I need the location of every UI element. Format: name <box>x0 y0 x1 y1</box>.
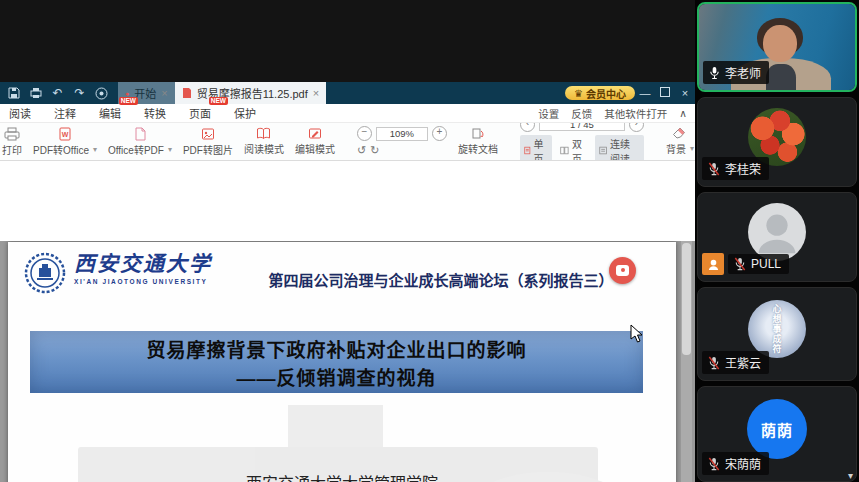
document-scrollbar[interactable] <box>681 241 692 482</box>
participant-name: PULL <box>751 257 781 271</box>
participant-name-chip: 宋荫荫 <box>702 452 769 475</box>
edit-mode-button[interactable]: 编辑模式 <box>295 127 335 156</box>
rotate-document-button[interactable]: 旋转文档 <box>458 127 498 156</box>
slide-title-box: 贸易摩擦背景下政府补贴对企业出口的影响 ——反倾销调查的视角 <box>30 331 643 393</box>
menu-protect[interactable]: 保护 <box>234 105 256 121</box>
tab-document-close-icon[interactable]: × <box>313 87 319 99</box>
menu-edit[interactable]: 编辑NEW <box>99 105 121 121</box>
restore-icon <box>660 87 670 97</box>
participant-tile[interactable]: 李桂荣 <box>697 97 857 187</box>
document-viewport[interactable]: 西安交通大学 XI'AN JIAOTONG UNIVERSITY 第四届公司治理… <box>0 241 695 482</box>
continuous-read-button[interactable]: 连续阅读 <box>595 135 644 162</box>
read-mode-button[interactable]: 阅读模式 <box>244 127 284 156</box>
mic-muted-icon <box>708 457 720 471</box>
rotate-left-icon[interactable]: ↺ <box>357 144 366 157</box>
dropdown-icon: ▾ <box>690 144 694 153</box>
redo-icon[interactable]: ↷ <box>71 85 88 101</box>
continuous-icon <box>599 145 607 156</box>
participant-name: 李桂荣 <box>725 160 761 177</box>
background-eraser-icon <box>672 127 688 140</box>
avatar-badge-text: 心想事成符 <box>771 304 784 354</box>
person-shirt <box>766 64 796 92</box>
office-to-pdf-button[interactable]: Office转PDF▾ <box>108 127 172 157</box>
zoom-input[interactable] <box>376 127 428 141</box>
vip-label: 会员中心 <box>586 86 626 101</box>
participant-name: 李老师 <box>725 64 761 81</box>
participant-tile-video[interactable]: 李老师 <box>697 2 857 92</box>
pdf-to-office-button[interactable]: W PDF转Office▾ <box>33 127 97 157</box>
avatar-initials-text: 荫荫 <box>761 419 793 440</box>
collapse-ribbon-icon[interactable]: ∧ <box>679 107 687 119</box>
menu-open-with[interactable]: 其他软件打开 <box>604 106 667 121</box>
pdf-toolbar: 打印 W PDF转Office▾ Office转PDF▾ PDF转图片 阅读模式 <box>0 123 695 161</box>
save-icon[interactable] <box>5 85 22 101</box>
pdf-file-icon <box>182 87 192 99</box>
affiliation-text: 西安交通大学大学管理学院 <box>8 470 676 482</box>
single-page-button[interactable]: 单页 <box>520 135 552 162</box>
person-face <box>763 25 797 62</box>
home-icon[interactable] <box>93 85 110 101</box>
participant-name-chip: 王紫云 <box>702 351 769 374</box>
role-badge <box>702 253 724 275</box>
participant-name-chip: PULL <box>728 254 789 274</box>
zoom-out-button[interactable]: − <box>357 126 372 141</box>
assistant-icon <box>616 265 629 276</box>
participants-sidebar: 李老师 李桂荣 <box>695 0 859 482</box>
menu-page[interactable]: 页面NEW <box>189 105 211 121</box>
mic-muted-icon <box>734 257 746 271</box>
menu-convert[interactable]: 转换 <box>144 105 166 121</box>
participant-name: 王紫云 <box>725 354 761 371</box>
participant-name: 宋荫荫 <box>725 455 761 472</box>
new-badge: NEW <box>209 97 228 105</box>
edit-pencil-icon <box>308 127 322 140</box>
meeting-app-window: ↶ ↷ ● 开始 × 贸易摩擦报告11.25.pdf × ♛ 会员中心 <box>0 0 859 482</box>
close-button[interactable]: × <box>675 87 695 99</box>
rotate-doc-icon <box>471 127 484 140</box>
rotate-right-icon[interactable]: ↻ <box>370 144 379 157</box>
pdf-titlebar: ↶ ↷ ● 开始 × 贸易摩擦报告11.25.pdf × ♛ 会员中心 <box>0 82 695 104</box>
participant-tile[interactable]: 荫荫 宋荫荫 <box>697 386 857 482</box>
menu-read[interactable]: 阅读 <box>9 105 31 121</box>
xjtu-emblem-icon <box>24 252 66 294</box>
zoom-in-button[interactable]: + <box>432 126 447 141</box>
tab-document[interactable]: 贸易摩擦报告11.25.pdf × <box>175 82 327 104</box>
page-indicator-input[interactable] <box>539 123 625 131</box>
campus-watermark-image <box>38 387 643 482</box>
slide-title-line1: 贸易摩擦背景下政府补贴对企业出口的影响 <box>146 335 526 362</box>
open-book-icon <box>256 127 271 140</box>
slide-page: 西安交通大学 XI'AN JIAOTONG UNIVERSITY 第四届公司治理… <box>8 242 676 482</box>
university-name-en: XI'AN JIAOTONG UNIVERSITY <box>74 278 212 285</box>
menu-feedback[interactable]: 反馈 <box>571 106 592 121</box>
minimize-button[interactable]: — <box>635 87 655 99</box>
image-icon <box>201 127 215 141</box>
tab-start-icon: ● <box>125 90 129 97</box>
pdf-to-image-button[interactable]: PDF转图片 <box>183 127 233 157</box>
pdf-app-window: ↶ ↷ ● 开始 × 贸易摩擦报告11.25.pdf × ♛ 会员中心 <box>0 82 695 482</box>
participant-tile[interactable]: 心想事成符 王紫云 <box>697 287 857 381</box>
print-button[interactable]: 打印 <box>2 127 22 157</box>
printer-icon <box>4 127 20 141</box>
menu-annotate[interactable]: 注释 <box>54 105 76 121</box>
two-page-button[interactable]: 双页 <box>556 135 591 162</box>
shared-screen-region: ↶ ↷ ● 开始 × 贸易摩擦报告11.25.pdf × ♛ 会员中心 <box>0 0 695 482</box>
forum-title: 第四届公司治理与企业成长高端论坛（系列报告三） <box>223 269 659 290</box>
scrollbar-thumb[interactable] <box>682 243 691 355</box>
participant-name-chip: 李老师 <box>703 61 769 84</box>
menubar-right: 设置 反馈 其他软件打开 ∧ <box>538 106 687 121</box>
mic-on-icon <box>709 66 720 80</box>
participant-tile[interactable]: PULL <box>697 192 857 282</box>
office-doc-icon <box>133 127 147 141</box>
tab-start-close-icon[interactable]: × <box>161 87 167 99</box>
floating-assistant-button[interactable] <box>609 257 636 284</box>
menu-settings[interactable]: 设置 <box>538 106 559 121</box>
next-page-button[interactable]: › <box>629 123 644 132</box>
background-button[interactable]: 背景▾ <box>666 127 694 156</box>
undo-icon[interactable]: ↶ <box>49 85 66 101</box>
print-icon[interactable] <box>27 85 44 101</box>
restore-button[interactable] <box>655 87 675 99</box>
author-block: 西安交通大学大学管理学院 李婉丽 lwlxjtu@126.com <box>8 470 676 482</box>
new-badge: NEW <box>119 97 138 105</box>
sidebar-scroll-down-icon[interactable]: ▾ <box>848 470 853 481</box>
vip-member-button[interactable]: ♛ 会员中心 <box>565 86 635 100</box>
prev-page-button[interactable]: ‹ <box>520 123 535 132</box>
